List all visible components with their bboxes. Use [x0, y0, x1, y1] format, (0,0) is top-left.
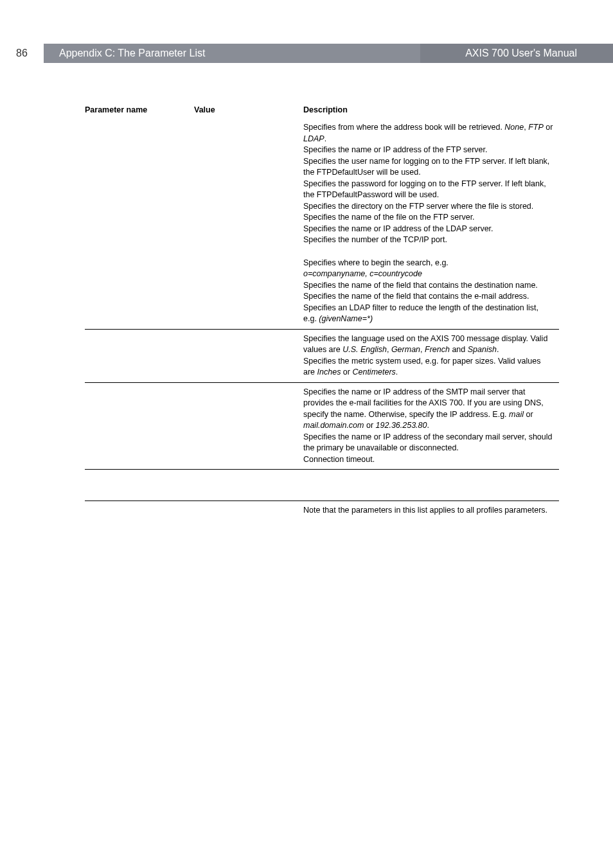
italic-text: None: [504, 123, 524, 132]
table-row: Specifies the name or IP address of the …: [85, 382, 559, 470]
param-cell: [85, 501, 194, 520]
italic-text: Centimeters: [352, 368, 395, 376]
italic-text: 192.36.253.80: [376, 421, 427, 430]
description-block: Specifies the name or IP address of the …: [303, 387, 554, 466]
value-cell: [194, 501, 303, 520]
description-line: Specifies the password for logging on to…: [303, 179, 554, 201]
italic-text: (givenName=*): [319, 314, 373, 323]
description-line: Specifies where to begin the search, e.g…: [303, 258, 554, 269]
description-cell: Specifies the language used on the AXIS …: [303, 329, 559, 382]
header-left-title: Appendix C: The Parameter List: [44, 44, 420, 63]
description-line: Specifies the name of the field that con…: [303, 280, 554, 292]
table-row: [85, 470, 559, 501]
content-area: Parameter name Value Description Specifi…: [0, 63, 613, 546]
header-right-title: AXIS 700 User's Manual: [420, 44, 613, 63]
description-block: Specifies from where the address book wi…: [303, 122, 554, 325]
description-line: Specifies the user name for logging on t…: [303, 156, 554, 179]
italic-text: mail.domain.com: [303, 421, 364, 430]
value-cell: [194, 118, 303, 329]
description-line: Specifies the name or IP address of the …: [303, 145, 554, 156]
header-value: Value: [194, 102, 303, 118]
description-line: o=companyname, c=countrycode: [303, 269, 554, 280]
parameter-table: Parameter name Value Description Specifi…: [85, 102, 559, 520]
italic-text: German: [391, 345, 420, 354]
description-line: Specifies the name or IP address of the …: [303, 224, 554, 235]
table-row: Note that the parameters in this list ap…: [85, 501, 559, 520]
header-bar: 86 Appendix C: The Parameter List AXIS 7…: [0, 44, 613, 63]
italic-text: mail: [509, 410, 524, 419]
description-line: Specifies the name or IP address of the …: [303, 387, 554, 432]
param-cell: [85, 329, 194, 382]
table-row: Specifies the language used on the AXIS …: [85, 329, 559, 382]
description-line: Specifies from where the address book wi…: [303, 122, 554, 145]
italic-text: U.S. English: [342, 345, 387, 354]
description-line: Specifies the name of the file on the FT…: [303, 212, 554, 224]
italic-text: Spanish: [468, 345, 497, 354]
description-cell: Specifies from where the address book wi…: [303, 118, 559, 329]
italic-text: Inches: [317, 368, 341, 376]
description-cell: [303, 470, 559, 501]
param-cell: [85, 118, 194, 329]
header-parameter-name: Parameter name: [85, 102, 194, 118]
spacer: [303, 246, 554, 258]
description-line: Specifies the language used on the AXIS …: [303, 333, 554, 356]
italic-text: French: [425, 345, 450, 354]
value-cell: [194, 329, 303, 382]
description-line: Specifies the name of the field that con…: [303, 291, 554, 303]
description-line: Specifies an LDAP filter to reduce the l…: [303, 303, 554, 325]
italic-text: FTP: [528, 123, 544, 132]
description-block: [303, 474, 554, 497]
description-cell: Specifies the name or IP address of the …: [303, 382, 559, 470]
description-line: Connection timeout.: [303, 454, 554, 466]
table-row: Specifies from where the address book wi…: [85, 118, 559, 329]
description-line: Specifies the metric system used, e.g. f…: [303, 356, 554, 378]
value-cell: [194, 382, 303, 470]
param-cell: [85, 470, 194, 501]
description-line: Specifies the name or IP address of the …: [303, 432, 554, 454]
header-description: Description: [303, 102, 559, 118]
description-line: Note that the parameters in this list ap…: [303, 505, 554, 517]
description-block: Specifies the language used on the AXIS …: [303, 333, 554, 378]
page-number: 86: [0, 44, 44, 63]
spacer: [303, 485, 554, 497]
param-cell: [85, 382, 194, 470]
description-block: Note that the parameters in this list ap…: [303, 505, 554, 517]
description-cell: Note that the parameters in this list ap…: [303, 501, 559, 520]
value-cell: [194, 470, 303, 501]
description-line: Specifies the number of the TCP/IP port.: [303, 235, 554, 246]
spacer: [303, 474, 554, 485]
description-line: Specifies the directory on the FTP serve…: [303, 201, 554, 213]
italic-text: o=companyname, c=countrycode: [303, 269, 422, 278]
italic-text: LDAP: [303, 134, 324, 143]
